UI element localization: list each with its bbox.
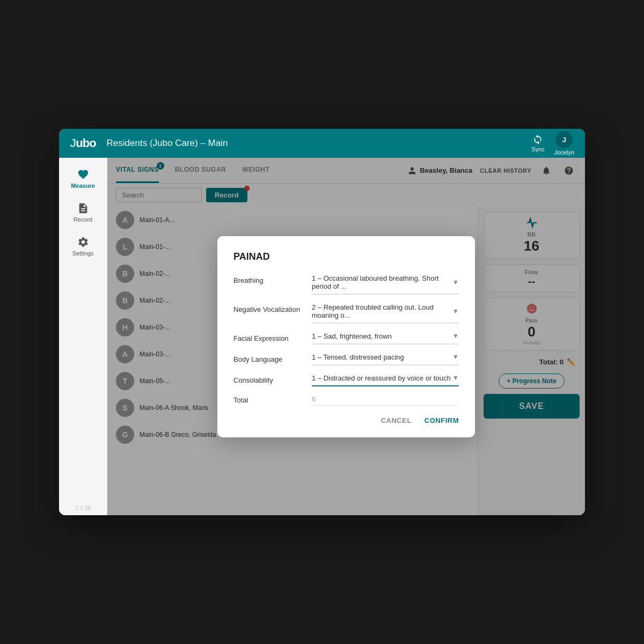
breathing-value: 1 – Occasional laboured breathing. Short… [312, 274, 452, 290]
facial-expression-value: 1 – Sad, frightened, frown [312, 332, 392, 340]
header: Jubo Residents (Jubo Care) – Main Sync J… [59, 129, 585, 158]
consolability-value: 1 – Distracted or reassured by voice or … [312, 374, 451, 382]
modal-total-row: Total 6 [233, 395, 459, 406]
negative-vocalization-select[interactable]: 2 – Repeated troubled calling out. Loud … [312, 303, 459, 324]
chevron-down-icon: ▼ [452, 353, 459, 361]
consolability-select[interactable]: 1 – Distracted or reassured by voice or … [312, 374, 459, 386]
modal-total-value: 6 [312, 395, 459, 406]
breathing-field: Breathing 1 – Occasional laboured breath… [233, 274, 459, 295]
sidebar-item-record[interactable]: Record [62, 197, 105, 228]
user-label: Jocelyn [554, 149, 574, 156]
logo: Jubo [70, 136, 96, 150]
facial-expression-label: Facial Expression [233, 332, 303, 342]
sidebar-item-measure[interactable]: Measure [62, 163, 105, 194]
sync-button[interactable]: Sync [531, 134, 544, 152]
consolability-label: Consolability [233, 374, 303, 384]
painad-modal: PAINAD Breathing 1 – Occasional laboured… [217, 236, 475, 437]
modal-total-label: Total [233, 396, 303, 404]
modal-overlay: PAINAD Breathing 1 – Occasional laboured… [107, 158, 585, 515]
version-tag: 1.1.28 [74, 501, 93, 515]
negative-vocalization-value: 2 – Repeated troubled calling out. Loud … [312, 303, 452, 319]
modal-actions: CANCEL CONFIRM [233, 416, 459, 425]
user-menu-button[interactable]: J Jocelyn [554, 131, 574, 156]
negative-vocalization-field: Negative Vocalization 2 – Repeated troub… [233, 303, 459, 324]
body-language-select[interactable]: 1 – Tensed, distressed pacing ▼ [312, 353, 459, 365]
consolability-field: Consolability 1 – Distracted or reassure… [233, 374, 459, 386]
sidebar-item-settings[interactable]: Settings [62, 231, 105, 262]
sidebar: Measure Record Settings 1.1.28 [59, 158, 107, 515]
sync-label: Sync [531, 146, 544, 152]
chevron-down-icon: ▼ [452, 332, 459, 340]
screen-wrapper: Jubo Residents (Jubo Care) – Main Sync J… [59, 129, 585, 515]
sidebar-settings-label: Settings [72, 250, 94, 257]
chevron-down-icon: ▼ [452, 279, 459, 286]
chevron-down-icon: ▼ [452, 374, 459, 382]
content-area: VITAL SIGNS 1 BLOOD SUGAR WEIGHT Beasley… [107, 158, 585, 515]
breathing-label: Breathing [233, 274, 303, 284]
header-right: Sync J Jocelyn [531, 131, 574, 156]
header-title: Residents (Jubo Care) – Main [107, 138, 532, 149]
chevron-down-icon: ▼ [452, 308, 459, 315]
body-language-label: Body Language [233, 353, 303, 363]
main-layout: Measure Record Settings 1.1.28 VITAL [59, 158, 585, 515]
cancel-button[interactable]: CANCEL [381, 416, 412, 425]
user-avatar: J [555, 131, 573, 148]
body-language-value: 1 – Tensed, distressed pacing [312, 353, 404, 361]
negative-vocalization-label: Negative Vocalization [233, 303, 303, 313]
sidebar-measure-label: Measure [71, 182, 95, 189]
modal-title: PAINAD [233, 251, 459, 262]
body-language-field: Body Language 1 – Tensed, distressed pac… [233, 353, 459, 365]
confirm-button[interactable]: CONFIRM [425, 416, 459, 425]
facial-expression-field: Facial Expression 1 – Sad, frightened, f… [233, 332, 459, 345]
sidebar-record-label: Record [74, 216, 92, 223]
breathing-select[interactable]: 1 – Occasional laboured breathing. Short… [312, 274, 459, 295]
facial-expression-select[interactable]: 1 – Sad, frightened, frown ▼ [312, 332, 459, 345]
